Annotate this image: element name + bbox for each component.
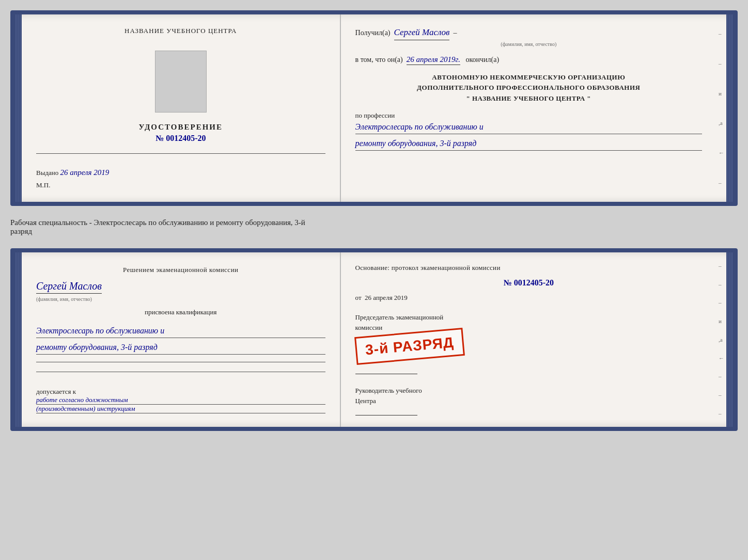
- osnov-date-value: 26 апреля 2019: [365, 294, 408, 301]
- udostoverenie-label: УДОСТОВЕРЕНИЕ: [139, 123, 223, 132]
- predsedatel-label-text: Председатель экаменационной: [355, 313, 444, 321]
- osnov-date: от 26 апреля 2019: [355, 294, 702, 302]
- cert-number: № 0012405-20: [139, 134, 223, 143]
- profession-line1: Электрослесарь по обслуживанию и: [355, 120, 702, 134]
- middle-specialty-text: Рабочая специальность - Электрослесарь п…: [10, 215, 738, 239]
- bottom-doc-left-panel: Решением экаменационной комиссии Сергей …: [22, 252, 341, 427]
- date-line: в том, что он(а) 26 апреля 2019г. окончи…: [355, 55, 702, 65]
- received-prefix: Получил(а): [355, 29, 391, 37]
- profession-block: по профессии Электрослесарь по обслужива…: [355, 111, 702, 151]
- person-name-block: Сергей Маслов (фамилия, имя, отчество): [36, 280, 325, 303]
- top-doc-right-panel: Получил(а) Сергей Маслов – (фамилия, имя…: [341, 14, 716, 202]
- signature-line-rukov: [355, 415, 417, 415]
- top-doc-left-panel: НАЗВАНИЕ УЧЕБНОГО ЦЕНТРА УДОСТОВЕРЕНИЕ №…: [22, 14, 341, 202]
- allowed-text2: (производственным) инструкциям: [36, 405, 325, 413]
- top-document: НАЗВАНИЕ УЧЕБНОГО ЦЕНТРА УДОСТОВЕРЕНИЕ №…: [10, 10, 738, 206]
- top-doc-spine-left: [14, 14, 22, 202]
- bottom-document: Решением экаменационной комиссии Сергей …: [10, 248, 738, 431]
- rukov-label-text: Руководитель учебного: [355, 387, 422, 394]
- recipient-line: Получил(а) Сергей Маслов – (фамилия, имя…: [355, 26, 702, 48]
- org-line3: " НАЗВАНИЕ УЧЕБНОГО ЦЕНТРА ": [355, 93, 702, 104]
- osnov-date-prefix: от: [355, 294, 362, 301]
- predsedatel-label: Председатель экаменационной комиссии: [355, 312, 702, 332]
- osnov-label: Основание: протокол экаменационной комис…: [355, 264, 702, 272]
- allowed-text: работе согласно должностным: [36, 396, 325, 405]
- stamp-block: Председатель экаменационной комиссии 3-й…: [355, 312, 702, 360]
- signature-line-chairman: [355, 374, 417, 374]
- kvalif-handwritten: Электрослесарь по обслуживанию и ремонту…: [36, 324, 325, 355]
- date-suffix: окончил(а): [465, 56, 499, 63]
- issued-date: 26 апреля 2019: [60, 168, 110, 177]
- commission-title: Решением экаменационной комиссии: [36, 265, 325, 275]
- allowed-label: допускается к: [36, 388, 76, 395]
- bottom-divider1: [36, 362, 325, 362]
- stamp: 3-й РАЗРЯД: [354, 328, 465, 365]
- kvalif-line2: ремонту оборудования, 3-й разряд: [36, 340, 325, 355]
- page-container: НАЗВАНИЕ УЧЕБНОГО ЦЕНТРА УДОСТОВЕРЕНИЕ №…: [10, 10, 738, 431]
- org-line1: АВТОНОМНУЮ НЕКОММЕРЧЕСКУЮ ОРГАНИЗАЦИЮ: [355, 72, 702, 83]
- osnov-number: № 0012405-20: [355, 278, 702, 287]
- udostoverenie-block: УДОСТОВЕРЕНИЕ № 0012405-20: [139, 123, 223, 143]
- date-prefix: в том, что он(а): [355, 56, 403, 63]
- recipient-name: Сергей Маслов: [394, 26, 450, 40]
- divider-line: [36, 153, 325, 154]
- profession-label: по профессии: [355, 111, 702, 120]
- issued-label: Выдано: [36, 169, 58, 177]
- kvalif-line1: Электрослесарь по обслуживанию и: [36, 324, 325, 338]
- issued-line: Выдано 26 апреля 2019: [36, 168, 325, 177]
- predsedatel-label2: комиссии: [355, 324, 383, 331]
- bottom-doc-spine-right: [726, 252, 734, 427]
- right-edge-marks: – – и ,а ← –: [716, 14, 726, 202]
- kvalif-label: присвоена квалификация: [36, 308, 325, 316]
- mp-label: М.П.: [36, 181, 50, 189]
- top-doc-spine-right: [726, 14, 734, 202]
- allowed-line: допускается к работе согласно должностны…: [36, 388, 325, 413]
- bottom-doc-right-panel: Основание: протокол экаменационной комис…: [341, 252, 716, 427]
- rukov-label: Руководитель учебного Центра: [355, 386, 702, 406]
- date-value: 26 апреля 2019г.: [407, 55, 460, 65]
- bottom-doc-spine-left: [14, 252, 22, 427]
- bottom-divider2: [36, 372, 325, 372]
- person-fio-label: (фамилия, имя, отчество): [36, 296, 92, 302]
- org-block: АВТОНОМНУЮ НЕКОММЕРЧЕСКУЮ ОРГАНИЗАЦИЮ ДО…: [355, 72, 702, 104]
- cert-photo: [155, 51, 207, 113]
- person-name: Сергей Маслов: [36, 280, 102, 294]
- top-training-center-title: НАЗВАНИЕ УЧЕБНОГО ЦЕНТРА: [124, 27, 237, 35]
- fio-label: (фамилия, имя, отчество): [355, 40, 702, 48]
- bottom-right-edge-marks: – – – и ,а ← – – –: [716, 252, 726, 427]
- org-line2: ДОПОЛНИТЕЛЬНОГО ПРОФЕССИОНАЛЬНОГО ОБРАЗО…: [355, 83, 702, 93]
- rukov-label2: Центра: [355, 397, 376, 405]
- profession-line2: ремонту оборудования, 3-й разряд: [355, 136, 702, 151]
